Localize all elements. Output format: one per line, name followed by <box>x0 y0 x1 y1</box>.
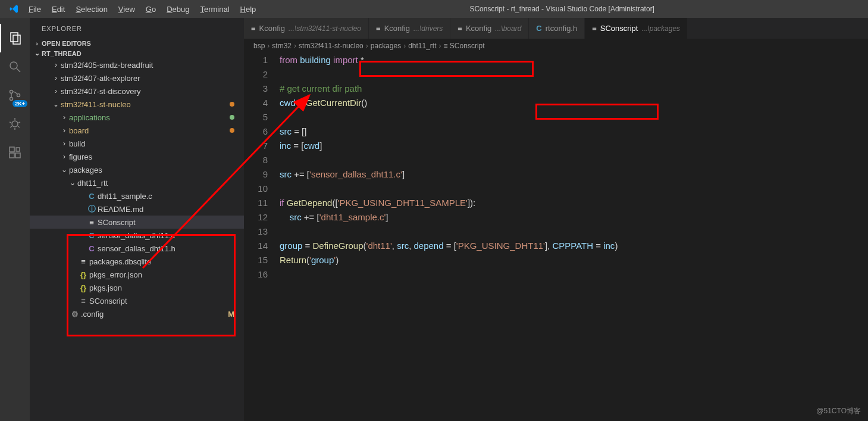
vscode-logo-icon <box>10 4 19 14</box>
tree-item[interactable]: Csensor_dallas_dht11.h <box>30 242 244 255</box>
svg-rect-15 <box>10 153 14 158</box>
svg-rect-17 <box>16 148 20 151</box>
svg-rect-14 <box>10 147 14 152</box>
tree-item[interactable]: ›stm32f405-smdz-breadfruit <box>30 58 244 71</box>
breadcrumb-item[interactable]: dht11_rtt <box>408 42 436 50</box>
menu-item-file[interactable]: File <box>24 2 46 16</box>
tab-path: ...\stm32f411-st-nucleo <box>289 24 361 33</box>
svg-rect-16 <box>15 153 20 158</box>
chevron-icon: ⌄ <box>51 100 61 108</box>
open-editors-header[interactable]: › OPEN EDITORS <box>30 39 244 48</box>
search-icon[interactable] <box>0 52 30 81</box>
file-icon: ≡ <box>86 218 98 227</box>
svg-point-6 <box>17 94 20 97</box>
tab-file-icon: ≡ <box>457 24 462 33</box>
tree-item[interactable]: ⓘREADME.md <box>30 202 244 216</box>
chevron-right-icon: › <box>32 40 42 47</box>
menu-item-terminal[interactable]: Terminal <box>195 2 234 16</box>
file-icon: {} <box>77 283 89 292</box>
breadcrumb-item[interactable]: stm32 <box>272 42 292 50</box>
extensions-icon[interactable] <box>0 138 30 167</box>
menu-item-view[interactable]: View <box>114 2 140 16</box>
menu-item-selection[interactable]: Selection <box>71 2 112 16</box>
tree-item[interactable]: Cdht11_sample.c <box>30 189 244 202</box>
chevron-down-icon: ⌄ <box>32 49 42 57</box>
breadcrumb-separator-icon: › <box>294 42 296 50</box>
tree-item[interactable]: ≡SConscript <box>30 294 244 307</box>
tree-item[interactable]: ›board <box>30 124 244 137</box>
editor-tab[interactable]: ≡Kconfig...\drivers <box>369 18 450 39</box>
tree-label: SConscript <box>98 218 136 227</box>
window-title: SConscript - rt_thread - Visual Studio C… <box>261 5 863 13</box>
git-status-dot <box>230 115 234 120</box>
chevron-icon: › <box>51 61 61 69</box>
tree-label: build <box>69 139 85 148</box>
open-editors-label: OPEN EDITORS <box>42 40 91 47</box>
tree-item[interactable]: ›applications <box>30 111 244 124</box>
source-control-icon[interactable]: 2K+ <box>0 81 30 110</box>
chevron-icon: ⌄ <box>59 166 69 174</box>
tree-item[interactable]: {}pkgs_error.json <box>30 268 244 281</box>
file-tree: ›stm32f405-smdz-breadfruit›stm32f407-atk… <box>30 58 244 421</box>
menu-item-debug[interactable]: Debug <box>162 2 194 16</box>
tab-file-icon: ≡ <box>376 24 381 33</box>
editor-tab[interactable]: Crtconfig.h <box>529 18 585 39</box>
tree-item[interactable]: ⌄stm32f411-st-nucleo <box>30 98 244 111</box>
tree-item[interactable]: ⌄dht11_rtt <box>30 176 244 189</box>
tree-label: dht11_rtt <box>77 179 108 188</box>
breadcrumb[interactable]: bsp›stm32›stm32f411-st-nucleo›packages›d… <box>244 39 868 53</box>
tree-label: board <box>69 126 89 135</box>
breadcrumb-item[interactable]: bsp <box>253 42 265 50</box>
svg-line-10 <box>10 122 11 123</box>
tree-label: packages.dbsqlite <box>89 257 151 266</box>
tab-path: ...\packages <box>641 24 680 33</box>
activity-bar: 2K+ <box>0 18 30 421</box>
tree-label: pkgs.json <box>89 283 122 292</box>
chevron-icon: › <box>59 113 69 121</box>
tree-item[interactable]: {}pkgs.json <box>30 281 244 294</box>
breadcrumb-item[interactable]: packages <box>371 42 401 50</box>
file-icon: ⓘ <box>86 204 98 214</box>
breadcrumb-separator-icon: › <box>366 42 368 50</box>
editor-tab[interactable]: ≡Kconfig...\board <box>450 18 529 39</box>
tree-item[interactable]: ≡SConscript <box>30 216 244 229</box>
workspace-header[interactable]: ⌄ RT_THREAD <box>30 48 244 58</box>
editor-tab[interactable]: ≡SConscript...\packages <box>585 18 688 39</box>
code-lines[interactable]: from building import * # get current dir… <box>280 53 868 421</box>
tree-label: applications <box>69 113 110 122</box>
tree-item[interactable]: ≡packages.dbsqlite <box>30 255 244 268</box>
tree-item[interactable]: ⚙.configM <box>30 307 244 320</box>
code-editor[interactable]: 12345678910111213141516 from building im… <box>244 53 868 421</box>
tree-item[interactable]: ›stm32f407-atk-explorer <box>30 71 244 85</box>
chevron-icon: › <box>51 87 61 95</box>
tree-item[interactable]: ›stm32f407-st-discovery <box>30 85 244 98</box>
tree-item[interactable]: ›figures <box>30 150 244 163</box>
svg-point-2 <box>10 62 17 69</box>
sidebar-title: EXPLORER <box>30 18 244 39</box>
tree-label: README.md <box>98 205 143 214</box>
menu-item-go[interactable]: Go <box>141 2 161 16</box>
svg-rect-1 <box>13 35 20 44</box>
menu-item-help[interactable]: Help <box>236 2 261 16</box>
menu-item-edit[interactable]: Edit <box>47 2 70 16</box>
tree-label: .config <box>81 310 104 319</box>
chevron-icon: › <box>59 126 69 135</box>
breadcrumb-item[interactable]: stm32f411-st-nucleo <box>299 42 364 50</box>
tab-file-icon: ≡ <box>592 24 597 33</box>
tree-item[interactable]: ›build <box>30 137 244 150</box>
tree-label: figures <box>69 152 92 161</box>
editor-tab[interactable]: ≡Kconfig...\stm32f411-st-nucleo <box>244 18 369 39</box>
chevron-icon: › <box>51 74 61 82</box>
tree-item[interactable]: ⌄packages <box>30 163 244 176</box>
breadcrumb-item[interactable]: ≡ SConscript <box>444 42 485 50</box>
git-status-dot <box>230 128 234 133</box>
file-icon: {} <box>77 270 89 279</box>
editor-area: ≡Kconfig...\stm32f411-st-nucleo≡Kconfig.… <box>244 18 868 421</box>
debug-icon[interactable] <box>0 110 30 138</box>
breadcrumb-separator-icon: › <box>403 42 406 50</box>
git-status-letter: M <box>228 310 234 319</box>
explorer-icon[interactable] <box>0 24 30 52</box>
chevron-icon: › <box>59 139 69 148</box>
editor-tabs: ≡Kconfig...\stm32f411-st-nucleo≡Kconfig.… <box>244 18 868 39</box>
tree-item[interactable]: Csensor_dallas_dht11.c <box>30 229 244 242</box>
